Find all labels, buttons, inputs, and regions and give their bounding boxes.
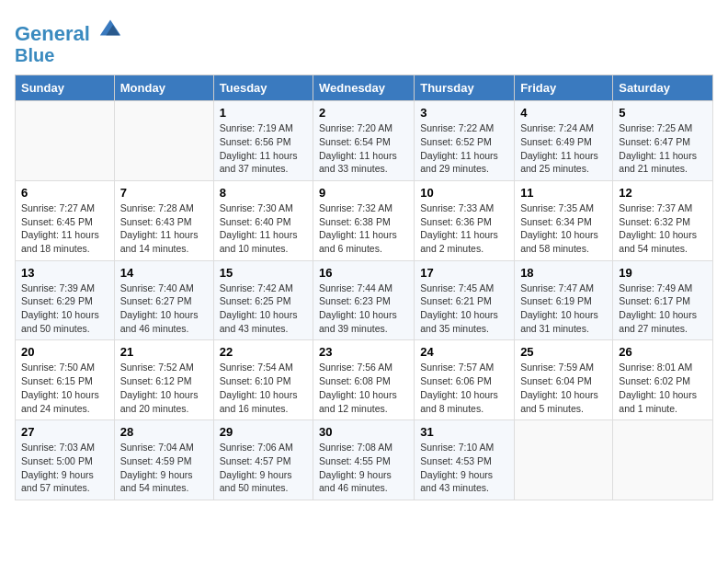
day-number: 8 (220, 186, 307, 200)
calendar-cell: 23Sunrise: 7:56 AMSunset: 6:08 PMDayligh… (313, 340, 415, 420)
day-number: 22 (220, 345, 307, 359)
calendar-cell (16, 101, 115, 181)
day-info: Sunrise: 7:10 AMSunset: 4:53 PMDaylight:… (420, 441, 508, 495)
calendar-cell: 6Sunrise: 7:27 AMSunset: 6:45 PMDaylight… (16, 180, 115, 260)
day-number: 3 (420, 106, 508, 120)
day-number: 30 (319, 425, 408, 439)
day-info: Sunrise: 7:25 AMSunset: 6:47 PMDaylight:… (619, 121, 707, 176)
logo-general: General (15, 22, 90, 45)
calendar-cell: 10Sunrise: 7:33 AMSunset: 6:36 PMDayligh… (415, 180, 515, 260)
day-number: 6 (21, 186, 108, 200)
calendar-cell (114, 101, 213, 181)
calendar-cell: 5Sunrise: 7:25 AMSunset: 6:47 PMDaylight… (613, 101, 713, 181)
day-info: Sunrise: 7:06 AMSunset: 4:57 PMDaylight:… (220, 441, 307, 495)
day-info: Sunrise: 7:32 AMSunset: 6:38 PMDaylight:… (319, 201, 408, 256)
col-header-sunday: Sunday (16, 75, 115, 101)
day-info: Sunrise: 7:54 AMSunset: 6:10 PMDaylight:… (220, 361, 307, 415)
day-number: 5 (619, 106, 707, 120)
day-number: 10 (420, 186, 508, 200)
calendar-cell: 22Sunrise: 7:54 AMSunset: 6:10 PMDayligh… (213, 340, 313, 420)
day-info: Sunrise: 7:44 AMSunset: 6:23 PMDaylight:… (319, 282, 408, 336)
day-number: 26 (619, 345, 707, 359)
day-number: 14 (120, 266, 208, 280)
logo-text: General (15, 15, 123, 45)
day-info: Sunrise: 7:19 AMSunset: 6:56 PMDaylight:… (220, 121, 307, 176)
day-info: Sunrise: 7:24 AMSunset: 6:49 PMDaylight:… (520, 121, 607, 176)
day-number: 18 (520, 266, 607, 280)
day-number: 31 (420, 425, 508, 439)
calendar-cell: 18Sunrise: 7:47 AMSunset: 6:19 PMDayligh… (515, 260, 613, 340)
day-info: Sunrise: 7:08 AMSunset: 4:55 PMDaylight:… (319, 441, 408, 495)
day-info: Sunrise: 7:45 AMSunset: 6:21 PMDaylight:… (420, 282, 508, 336)
day-info: Sunrise: 7:42 AMSunset: 6:25 PMDaylight:… (220, 282, 307, 336)
calendar-cell: 14Sunrise: 7:40 AMSunset: 6:27 PMDayligh… (114, 260, 213, 340)
day-number: 1 (220, 106, 307, 120)
day-number: 7 (120, 186, 208, 200)
day-info: Sunrise: 7:49 AMSunset: 6:17 PMDaylight:… (619, 282, 707, 336)
day-number: 25 (520, 345, 607, 359)
day-info: Sunrise: 7:40 AMSunset: 6:27 PMDaylight:… (120, 282, 208, 336)
calendar-cell: 21Sunrise: 7:52 AMSunset: 6:12 PMDayligh… (114, 340, 213, 420)
day-number: 17 (420, 266, 508, 280)
col-header-wednesday: Wednesday (313, 75, 415, 101)
day-number: 27 (21, 425, 108, 439)
calendar-cell: 16Sunrise: 7:44 AMSunset: 6:23 PMDayligh… (313, 260, 415, 340)
day-info: Sunrise: 7:52 AMSunset: 6:12 PMDaylight:… (120, 361, 208, 415)
day-info: Sunrise: 7:57 AMSunset: 6:06 PMDaylight:… (420, 361, 508, 415)
day-info: Sunrise: 7:35 AMSunset: 6:34 PMDaylight:… (520, 201, 607, 256)
calendar-cell: 31Sunrise: 7:10 AMSunset: 4:53 PMDayligh… (415, 420, 515, 500)
week-row-4: 20Sunrise: 7:50 AMSunset: 6:15 PMDayligh… (16, 340, 713, 420)
calendar-cell: 7Sunrise: 7:28 AMSunset: 6:43 PMDaylight… (114, 180, 213, 260)
day-info: Sunrise: 7:37 AMSunset: 6:32 PMDaylight:… (619, 201, 707, 256)
day-number: 2 (319, 106, 408, 120)
col-header-thursday: Thursday (415, 75, 515, 101)
calendar-cell: 20Sunrise: 7:50 AMSunset: 6:15 PMDayligh… (16, 340, 115, 420)
day-number: 11 (520, 186, 607, 200)
day-info: Sunrise: 7:22 AMSunset: 6:52 PMDaylight:… (420, 121, 508, 176)
calendar-cell: 30Sunrise: 7:08 AMSunset: 4:55 PMDayligh… (313, 420, 415, 500)
day-info: Sunrise: 7:33 AMSunset: 6:36 PMDaylight:… (420, 201, 508, 256)
day-number: 9 (319, 186, 408, 200)
calendar-table: SundayMondayTuesdayWednesdayThursdayFrid… (15, 75, 713, 500)
day-number: 20 (21, 345, 108, 359)
week-row-3: 13Sunrise: 7:39 AMSunset: 6:29 PMDayligh… (16, 260, 713, 340)
calendar-cell: 4Sunrise: 7:24 AMSunset: 6:49 PMDaylight… (515, 101, 613, 181)
calendar-cell: 11Sunrise: 7:35 AMSunset: 6:34 PMDayligh… (515, 180, 613, 260)
day-info: Sunrise: 7:20 AMSunset: 6:54 PMDaylight:… (319, 121, 408, 176)
week-row-2: 6Sunrise: 7:27 AMSunset: 6:45 PMDaylight… (16, 180, 713, 260)
calendar-cell (613, 420, 713, 500)
day-info: Sunrise: 7:59 AMSunset: 6:04 PMDaylight:… (520, 361, 607, 415)
day-info: Sunrise: 7:27 AMSunset: 6:45 PMDaylight:… (21, 201, 108, 256)
logo-blue: Blue (15, 45, 123, 65)
day-number: 21 (120, 345, 208, 359)
col-header-tuesday: Tuesday (213, 75, 313, 101)
day-number: 29 (220, 425, 307, 439)
week-row-1: 1Sunrise: 7:19 AMSunset: 6:56 PMDaylight… (16, 101, 713, 181)
calendar-cell: 1Sunrise: 7:19 AMSunset: 6:56 PMDaylight… (213, 101, 313, 181)
day-number: 4 (520, 106, 607, 120)
calendar-cell: 17Sunrise: 7:45 AMSunset: 6:21 PMDayligh… (415, 260, 515, 340)
day-number: 24 (420, 345, 508, 359)
calendar-cell: 26Sunrise: 8:01 AMSunset: 6:02 PMDayligh… (613, 340, 713, 420)
day-number: 23 (319, 345, 408, 359)
day-info: Sunrise: 7:30 AMSunset: 6:40 PMDaylight:… (220, 201, 307, 256)
day-number: 15 (220, 266, 307, 280)
day-info: Sunrise: 7:56 AMSunset: 6:08 PMDaylight:… (319, 361, 408, 415)
calendar-cell: 15Sunrise: 7:42 AMSunset: 6:25 PMDayligh… (213, 260, 313, 340)
day-number: 16 (319, 266, 408, 280)
page-header: General Blue (15, 15, 713, 65)
day-number: 19 (619, 266, 707, 280)
calendar-cell: 12Sunrise: 7:37 AMSunset: 6:32 PMDayligh… (613, 180, 713, 260)
day-info: Sunrise: 7:39 AMSunset: 6:29 PMDaylight:… (21, 282, 108, 336)
col-header-saturday: Saturday (613, 75, 713, 101)
calendar-cell: 29Sunrise: 7:06 AMSunset: 4:57 PMDayligh… (213, 420, 313, 500)
calendar-cell: 24Sunrise: 7:57 AMSunset: 6:06 PMDayligh… (415, 340, 515, 420)
day-number: 13 (21, 266, 108, 280)
day-info: Sunrise: 7:04 AMSunset: 4:59 PMDaylight:… (120, 441, 208, 495)
calendar-cell: 8Sunrise: 7:30 AMSunset: 6:40 PMDaylight… (213, 180, 313, 260)
calendar-cell: 13Sunrise: 7:39 AMSunset: 6:29 PMDayligh… (16, 260, 115, 340)
day-number: 12 (619, 186, 707, 200)
logo: General Blue (15, 15, 123, 65)
day-info: Sunrise: 7:47 AMSunset: 6:19 PMDaylight:… (520, 282, 607, 336)
col-header-monday: Monday (114, 75, 213, 101)
